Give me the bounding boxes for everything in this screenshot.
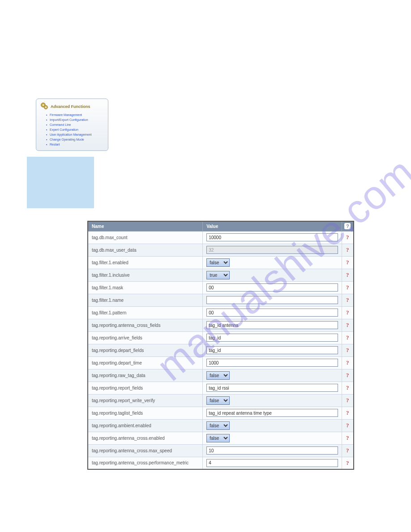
config-input[interactable] — [206, 346, 338, 354]
help-link[interactable]: ? — [342, 382, 354, 394]
config-value-cell — [203, 356, 342, 369]
column-header-name: Name — [88, 221, 203, 231]
help-link[interactable]: ? — [342, 231, 354, 244]
config-value-cell — [203, 281, 342, 294]
config-value-cell: true — [203, 269, 342, 281]
config-name: tag.reporting.depart_fields — [88, 344, 203, 356]
config-input[interactable] — [206, 459, 338, 467]
help-link[interactable]: ? — [342, 281, 354, 294]
help-link[interactable]: ? — [342, 444, 354, 457]
table-row: tag.reporting.antenna_cross.max_speed? — [88, 444, 354, 457]
config-input[interactable] — [206, 309, 338, 317]
config-input[interactable] — [206, 321, 338, 329]
config-name: tag.reporting.antenna_cross.enabled — [88, 432, 203, 444]
column-header-value: Value — [203, 221, 342, 231]
config-value-cell: false — [203, 369, 342, 382]
table-row: tag.filter.1.mask? — [88, 281, 354, 294]
table-row: tag.reporting.ambient.enabledfalse? — [88, 419, 354, 432]
config-input[interactable] — [206, 446, 338, 455]
sidebar-item-firmware-management[interactable]: Firmware Management — [50, 112, 104, 117]
help-link[interactable]: ? — [342, 394, 354, 407]
help-link[interactable]: ? — [342, 344, 354, 356]
help-link[interactable]: ? — [342, 244, 354, 256]
config-value-cell: false — [203, 419, 342, 432]
config-input[interactable] — [206, 334, 338, 342]
sidebar-menu: Firmware Management Import/Export Config… — [40, 112, 104, 147]
table-row: tag.reporting.depart_fields? — [88, 344, 354, 356]
config-select[interactable]: false — [206, 396, 230, 405]
config-input[interactable] — [206, 359, 338, 367]
config-value-cell — [203, 319, 342, 331]
config-name: tag.reporting.ambient.enabled — [88, 419, 203, 432]
help-link[interactable]: ? — [342, 369, 354, 382]
table-row: tag.reporting.antenna_cross.performance_… — [88, 457, 354, 469]
help-link[interactable]: ? — [342, 356, 354, 369]
config-table: Name Value ? tag.db.max_count?tag.db.max… — [87, 221, 354, 470]
sidebar-item-user-application-management[interactable]: User Application Management — [50, 132, 104, 137]
table-row: tag.filter.1.enabledfalse? — [88, 256, 354, 269]
config-input[interactable] — [206, 384, 338, 392]
config-value-cell — [203, 294, 342, 306]
table-row: tag.reporting.depart_time? — [88, 356, 354, 369]
config-input[interactable] — [206, 283, 338, 292]
help-link[interactable]: ? — [342, 432, 354, 444]
table-row: tag.filter.1.inclusivetrue? — [88, 269, 354, 281]
config-name: tag.reporting.report_fields — [88, 382, 203, 394]
table-row: tag.filter.1.name? — [88, 294, 354, 306]
config-name: tag.reporting.raw_tag_data — [88, 369, 203, 382]
config-name: tag.reporting.antenna_cross.performance_… — [88, 457, 203, 469]
config-input[interactable] — [206, 296, 338, 304]
table-row: tag.db.max_count? — [88, 231, 354, 244]
sidebar-item-expert-configuration[interactable]: Expert Configuration — [50, 127, 104, 132]
advanced-functions-panel: Advanced Functions Firmware Management I… — [36, 99, 108, 151]
help-link[interactable]: ? — [342, 319, 354, 331]
table-row: tag.reporting.arrive_fields? — [88, 331, 354, 344]
config-name: tag.filter.1.pattern — [88, 306, 203, 319]
sidebar-item-change-operating-mode[interactable]: Change Operating Mode — [50, 137, 104, 142]
table-row: tag.reporting.antenna_cross_fields? — [88, 319, 354, 331]
config-value-cell — [203, 244, 342, 256]
config-value-cell — [203, 407, 342, 419]
config-value-cell — [203, 382, 342, 394]
svg-point-1 — [43, 104, 44, 106]
config-input[interactable] — [206, 233, 338, 241]
config-name: tag.reporting.taglist_fields — [88, 407, 203, 419]
config-name: tag.reporting.arrive_fields — [88, 331, 203, 344]
help-link[interactable]: ? — [342, 407, 354, 419]
help-link[interactable]: ? — [342, 269, 354, 281]
config-name: tag.db.max_user_data — [88, 244, 203, 256]
config-name: tag.reporting.depart_time — [88, 356, 203, 369]
sidebar-item-restart[interactable]: Restart — [50, 142, 104, 147]
config-name: tag.reporting.antenna_cross_fields — [88, 319, 203, 331]
table-row: tag.db.max_user_data? — [88, 244, 354, 256]
config-input[interactable] — [206, 409, 338, 417]
config-name: tag.filter.1.name — [88, 294, 203, 306]
config-select[interactable]: false — [206, 258, 230, 267]
config-value-cell — [203, 444, 342, 457]
table-row: tag.reporting.taglist_fields? — [88, 407, 354, 419]
config-select[interactable]: false — [206, 434, 230, 442]
table-row: tag.filter.1.pattern? — [88, 306, 354, 319]
column-header-help[interactable]: ? — [342, 221, 354, 231]
help-link[interactable]: ? — [342, 419, 354, 432]
table-row: tag.reporting.antenna_cross.enabledfalse… — [88, 432, 354, 444]
config-value-cell: false — [203, 256, 342, 269]
config-name: tag.filter.1.enabled — [88, 256, 203, 269]
config-value-cell: false — [203, 432, 342, 444]
config-value-cell — [203, 306, 342, 319]
help-link[interactable]: ? — [342, 331, 354, 344]
sidebar-item-command-line[interactable]: Command Line — [50, 122, 104, 127]
config-value-cell — [203, 457, 342, 469]
help-link[interactable]: ? — [342, 306, 354, 319]
gear-icon — [40, 102, 49, 112]
sidebar-item-import-export-configuration[interactable]: Import/Export Configuration — [50, 117, 104, 122]
config-select[interactable]: true — [206, 271, 230, 279]
config-select[interactable]: false — [206, 371, 230, 380]
help-link[interactable]: ? — [342, 457, 354, 469]
table-row: tag.reporting.report_fields? — [88, 382, 354, 394]
config-name: tag.reporting.report_write_verify — [88, 394, 203, 407]
config-name: tag.db.max_count — [88, 231, 203, 244]
help-link[interactable]: ? — [342, 256, 354, 269]
help-link[interactable]: ? — [342, 294, 354, 306]
config-select[interactable]: false — [206, 421, 230, 430]
